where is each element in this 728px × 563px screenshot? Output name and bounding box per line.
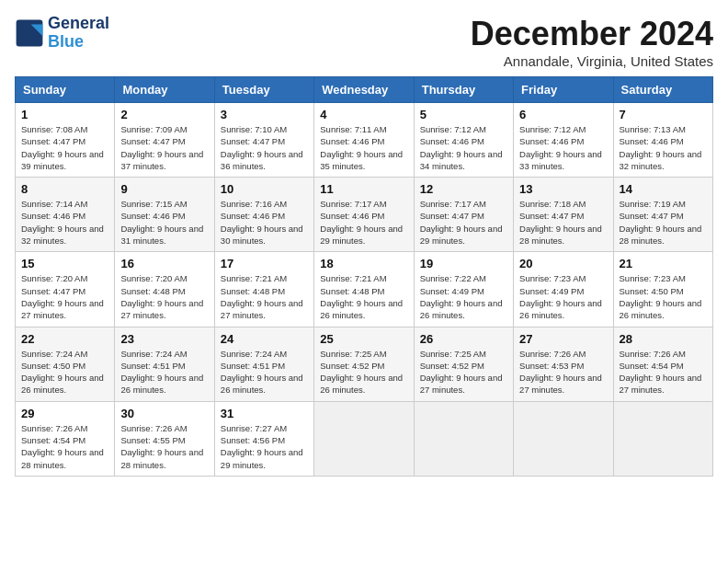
column-header-thursday: Thursday	[414, 77, 513, 103]
day-number: 21	[620, 257, 707, 270]
day-info: Sunrise: 7:24 AMSunset: 4:51 PMDaylight:…	[120, 348, 208, 396]
day-info: Sunrise: 7:27 AMSunset: 4:56 PMDaylight:…	[221, 422, 308, 471]
day-number: 27	[519, 332, 607, 346]
calendar-cell: 25Sunrise: 7:25 AMSunset: 4:52 PMDayligh…	[314, 327, 414, 401]
calendar-week-row: 15Sunrise: 7:20 AMSunset: 4:47 PMDayligh…	[16, 252, 713, 327]
day-number: 6	[519, 108, 607, 121]
day-number: 17	[221, 257, 308, 270]
calendar-cell	[514, 401, 613, 476]
day-number: 4	[320, 108, 407, 121]
column-header-friday: Friday	[514, 77, 613, 103]
calendar-cell: 29Sunrise: 7:26 AMSunset: 4:54 PMDayligh…	[16, 401, 115, 476]
day-number: 13	[519, 182, 607, 196]
calendar-cell: 2Sunrise: 7:09 AMSunset: 4:47 PMDaylight…	[115, 103, 214, 178]
calendar-week-row: 8Sunrise: 7:14 AMSunset: 4:46 PMDaylight…	[16, 178, 713, 252]
column-header-wednesday: Wednesday	[314, 77, 414, 103]
day-info: Sunrise: 7:08 AMSunset: 4:47 PMDaylight:…	[21, 123, 108, 172]
day-info: Sunrise: 7:15 AMSunset: 4:46 PMDaylight:…	[120, 198, 208, 247]
day-info: Sunrise: 7:21 AMSunset: 4:48 PMDaylight:…	[221, 272, 308, 321]
day-info: Sunrise: 7:20 AMSunset: 4:48 PMDaylight:…	[120, 272, 208, 321]
calendar-cell	[613, 401, 712, 476]
day-number: 1	[21, 108, 108, 121]
calendar-header-row: SundayMondayTuesdayWednesdayThursdayFrid…	[16, 77, 713, 103]
logo-text: General Blue	[48, 15, 109, 52]
calendar-cell: 12Sunrise: 7:17 AMSunset: 4:47 PMDayligh…	[414, 178, 513, 252]
calendar-cell: 30Sunrise: 7:26 AMSunset: 4:55 PMDayligh…	[115, 401, 214, 476]
calendar-cell: 10Sunrise: 7:16 AMSunset: 4:46 PMDayligh…	[214, 178, 313, 252]
column-header-sunday: Sunday	[16, 77, 115, 103]
day-number: 14	[620, 182, 707, 196]
calendar-cell	[314, 401, 414, 476]
day-number: 18	[320, 257, 407, 270]
header: General Blue December 2024 Annandale, Vi…	[15, 15, 713, 69]
day-info: Sunrise: 7:23 AMSunset: 4:50 PMDaylight:…	[620, 272, 707, 321]
day-number: 20	[519, 257, 607, 270]
calendar-cell: 4Sunrise: 7:11 AMSunset: 4:46 PMDaylight…	[314, 103, 414, 178]
day-number: 25	[320, 332, 407, 346]
calendar-cell: 26Sunrise: 7:25 AMSunset: 4:52 PMDayligh…	[414, 327, 513, 401]
column-header-monday: Monday	[115, 77, 214, 103]
day-info: Sunrise: 7:10 AMSunset: 4:47 PMDaylight:…	[221, 123, 308, 172]
day-info: Sunrise: 7:24 AMSunset: 4:50 PMDaylight:…	[21, 348, 108, 396]
day-info: Sunrise: 7:14 AMSunset: 4:46 PMDaylight:…	[21, 198, 108, 247]
calendar-cell	[414, 401, 513, 476]
day-info: Sunrise: 7:21 AMSunset: 4:48 PMDaylight:…	[320, 272, 407, 321]
calendar-cell: 9Sunrise: 7:15 AMSunset: 4:46 PMDaylight…	[115, 178, 214, 252]
calendar-cell: 28Sunrise: 7:26 AMSunset: 4:54 PMDayligh…	[613, 327, 712, 401]
calendar-cell: 21Sunrise: 7:23 AMSunset: 4:50 PMDayligh…	[613, 252, 712, 327]
day-number: 28	[620, 332, 707, 346]
day-info: Sunrise: 7:17 AMSunset: 4:47 PMDaylight:…	[420, 198, 507, 247]
day-number: 26	[420, 332, 507, 346]
day-info: Sunrise: 7:24 AMSunset: 4:51 PMDaylight:…	[221, 348, 308, 396]
calendar-cell: 31Sunrise: 7:27 AMSunset: 4:56 PMDayligh…	[214, 401, 313, 476]
logo-icon	[15, 18, 44, 48]
day-info: Sunrise: 7:20 AMSunset: 4:47 PMDaylight:…	[21, 272, 108, 321]
day-number: 12	[420, 182, 507, 196]
calendar-cell: 24Sunrise: 7:24 AMSunset: 4:51 PMDayligh…	[214, 327, 313, 401]
day-number: 7	[620, 108, 707, 121]
calendar-body: 1Sunrise: 7:08 AMSunset: 4:47 PMDaylight…	[16, 103, 713, 477]
day-number: 11	[320, 182, 407, 196]
calendar-cell: 6Sunrise: 7:12 AMSunset: 4:46 PMDaylight…	[514, 103, 613, 178]
day-number: 5	[420, 108, 507, 121]
month-title: December 2024	[471, 15, 713, 53]
day-info: Sunrise: 7:16 AMSunset: 4:46 PMDaylight:…	[221, 198, 308, 247]
day-info: Sunrise: 7:11 AMSunset: 4:46 PMDaylight:…	[320, 123, 407, 172]
day-info: Sunrise: 7:26 AMSunset: 4:54 PMDaylight:…	[21, 422, 108, 471]
calendar-cell: 3Sunrise: 7:10 AMSunset: 4:47 PMDaylight…	[214, 103, 313, 178]
day-number: 15	[21, 257, 108, 270]
day-number: 10	[221, 182, 308, 196]
day-number: 30	[120, 407, 208, 420]
calendar-cell: 5Sunrise: 7:12 AMSunset: 4:46 PMDaylight…	[414, 103, 513, 178]
column-header-saturday: Saturday	[613, 77, 712, 103]
calendar-cell: 13Sunrise: 7:18 AMSunset: 4:47 PMDayligh…	[514, 178, 613, 252]
day-number: 31	[221, 407, 308, 420]
day-number: 24	[221, 332, 308, 346]
day-number: 23	[120, 332, 208, 346]
day-number: 29	[21, 407, 108, 420]
calendar-cell: 11Sunrise: 7:17 AMSunset: 4:46 PMDayligh…	[314, 178, 414, 252]
day-info: Sunrise: 7:26 AMSunset: 4:54 PMDaylight:…	[620, 348, 707, 396]
day-info: Sunrise: 7:22 AMSunset: 4:49 PMDaylight:…	[420, 272, 507, 321]
title-area: December 2024 Annandale, Virginia, Unite…	[471, 15, 713, 69]
calendar-cell: 7Sunrise: 7:13 AMSunset: 4:46 PMDaylight…	[613, 103, 712, 178]
day-info: Sunrise: 7:19 AMSunset: 4:47 PMDaylight:…	[620, 198, 707, 247]
day-info: Sunrise: 7:26 AMSunset: 4:55 PMDaylight:…	[120, 422, 208, 471]
calendar-cell: 27Sunrise: 7:26 AMSunset: 4:53 PMDayligh…	[514, 327, 613, 401]
calendar-cell: 19Sunrise: 7:22 AMSunset: 4:49 PMDayligh…	[414, 252, 513, 327]
day-number: 3	[221, 108, 308, 121]
calendar-cell: 17Sunrise: 7:21 AMSunset: 4:48 PMDayligh…	[214, 252, 313, 327]
svg-rect-0	[17, 19, 43, 46]
calendar-cell: 23Sunrise: 7:24 AMSunset: 4:51 PMDayligh…	[115, 327, 214, 401]
day-number: 2	[120, 108, 208, 121]
day-info: Sunrise: 7:23 AMSunset: 4:49 PMDaylight:…	[519, 272, 607, 321]
calendar-cell: 8Sunrise: 7:14 AMSunset: 4:46 PMDaylight…	[16, 178, 115, 252]
day-number: 8	[21, 182, 108, 196]
calendar-cell: 1Sunrise: 7:08 AMSunset: 4:47 PMDaylight…	[16, 103, 115, 178]
day-info: Sunrise: 7:18 AMSunset: 4:47 PMDaylight:…	[519, 198, 607, 247]
calendar: SundayMondayTuesdayWednesdayThursdayFrid…	[15, 76, 713, 477]
day-number: 9	[120, 182, 208, 196]
day-info: Sunrise: 7:12 AMSunset: 4:46 PMDaylight:…	[519, 123, 607, 172]
calendar-week-row: 22Sunrise: 7:24 AMSunset: 4:50 PMDayligh…	[16, 327, 713, 401]
day-number: 16	[120, 257, 208, 270]
